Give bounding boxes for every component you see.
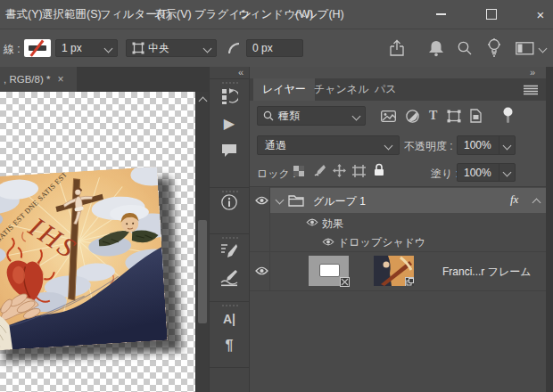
opacity-value: 100% [464, 139, 491, 151]
actions-panel-button[interactable]: ▶ [219, 113, 239, 133]
chevron-down-icon [203, 44, 212, 53]
frame-badge-icon [340, 277, 350, 287]
drag-grip[interactable] [222, 82, 238, 84]
tab-close-icon[interactable]: × [57, 73, 63, 86]
window-edge [546, 67, 553, 392]
visibility-eye-icon[interactable] [304, 218, 320, 226]
brushes-panel-button[interactable] [219, 268, 239, 288]
document-tab[interactable]: , RGB/8) * × [0, 67, 77, 92]
opacity-label: 不透明度 : [404, 139, 453, 154]
scroll-up-icon[interactable] [199, 97, 208, 106]
menu-bar: 書式(Y) 選択範囲(S) フィルター(T) 表示(V) プラグイン ウィンドウ… [0, 0, 553, 29]
lock-label: ロック : [257, 167, 296, 182]
lock-all-icon[interactable] [374, 163, 384, 176]
visibility-eye-icon[interactable] [320, 238, 336, 246]
panel-menu-icon[interactable] [524, 85, 538, 95]
fx-badge[interactable]: fx [510, 192, 518, 207]
search-icon[interactable] [457, 40, 473, 56]
corner-radius-value: 0 px [252, 42, 273, 54]
visibility-eye-icon[interactable] [253, 266, 269, 275]
layer-row-effects[interactable]: 効果 [250, 213, 547, 233]
effects-label: 効果 [322, 216, 343, 232]
canvas-vertical-scrollbar[interactable] [195, 92, 209, 392]
collapse-panel-icon[interactable]: » [530, 67, 535, 78]
lightbulb-icon[interactable] [487, 38, 501, 58]
maximize-icon [486, 9, 497, 20]
drag-grip[interactable] [222, 237, 238, 239]
layer-row-group[interactable]: グループ 1 fx [250, 188, 547, 213]
layer-thumbnail[interactable] [374, 256, 414, 286]
comments-panel-button[interactable] [219, 140, 239, 159]
brush-settings-panel-button[interactable] [219, 241, 239, 261]
frame-thumbnail[interactable] [309, 256, 349, 286]
filter-shape-layers-icon[interactable] [447, 110, 461, 123]
layer-name: Franci...r フレーム [442, 265, 532, 280]
layer-filter-search[interactable]: 種類 [257, 106, 366, 126]
corner-radius-icon [227, 42, 241, 55]
opacity-input[interactable]: 100% [457, 135, 516, 155]
lock-position-icon[interactable] [333, 164, 346, 177]
paragraph-panel-button[interactable]: ¶ [219, 336, 239, 355]
fill-label: 塗り : [431, 167, 458, 182]
filter-toggle-icon[interactable] [503, 107, 513, 124]
chevron-down-icon[interactable] [499, 164, 515, 181]
menu-select[interactable]: 選択範囲(S) [42, 0, 102, 29]
stroke-align-value: 中央 [148, 41, 169, 56]
visibility-eye-icon[interactable] [253, 196, 269, 205]
fill-value: 100% [464, 167, 491, 179]
history-panel-button[interactable] [219, 86, 239, 106]
blend-mode-select[interactable]: 通過 [257, 135, 400, 155]
eye-column-divider [269, 187, 270, 290]
layer-name: グループ 1 [313, 194, 366, 209]
filter-kind-value: 種類 [278, 109, 300, 124]
layer-row-frame[interactable]: Franci...r フレーム [250, 252, 547, 290]
character-icon: A| [223, 312, 235, 326]
workspace-panel-icon[interactable] [516, 42, 534, 55]
share-icon[interactable] [389, 39, 405, 57]
layer-row-drop-shadow[interactable]: ドロップシャドウ [250, 233, 547, 251]
search-icon [263, 110, 274, 121]
menu-type[interactable]: 書式(Y) [5, 0, 43, 29]
window-close-button[interactable]: × [525, 0, 553, 29]
window-maximize-button[interactable] [476, 0, 507, 29]
panel-tab-bar: レイヤー チャンネル パス [250, 78, 547, 101]
frame-shape [319, 264, 340, 277]
stroke-width-value: 1 px [62, 42, 82, 54]
lock-artboard-icon[interactable] [352, 165, 366, 177]
stroke-label: 線 : [4, 42, 21, 57]
drag-grip[interactable] [222, 305, 238, 306]
tool-options-bar: 線 : 1 px 中央 0 px [0, 29, 553, 67]
layers-panel: » レイヤー チャンネル パス 種類 T 通過 [249, 67, 546, 392]
lock-pixels-icon[interactable] [313, 164, 326, 177]
chevron-down-icon[interactable] [499, 136, 515, 154]
window-minimize-button[interactable] [425, 0, 456, 29]
minimize-icon [436, 13, 446, 15]
close-icon: × [537, 7, 545, 22]
folder-icon [288, 194, 304, 207]
stroke-align-select[interactable]: 中央 [126, 39, 217, 57]
corner-radius-input[interactable]: 0 px [246, 39, 303, 57]
expand-dock-icon[interactable]: « [238, 67, 243, 78]
scrollbar-thumb[interactable] [198, 220, 207, 323]
character-panel-button[interactable]: A| [219, 309, 239, 329]
menu-view[interactable]: 表示(V) [154, 0, 192, 29]
stroke-type-swatch[interactable] [24, 39, 51, 57]
filter-adjustment-layers-icon[interactable] [406, 110, 419, 123]
filter-smart-objects-icon[interactable] [470, 109, 482, 123]
bell-icon[interactable] [428, 39, 444, 57]
comment-icon [221, 143, 237, 158]
stroke-width-select[interactable]: 1 px [55, 39, 118, 57]
lock-transparency-icon[interactable] [293, 165, 305, 177]
info-panel-button[interactable] [219, 192, 239, 212]
filter-pixel-layers-icon[interactable] [381, 110, 396, 122]
play-icon: ▶ [224, 115, 235, 132]
frame-content-badge-icon [405, 277, 414, 286]
brushes-icon [220, 269, 238, 287]
align-center-icon [132, 42, 144, 54]
chevron-down-icon[interactable] [539, 45, 548, 53]
canvas-area[interactable]: SATIS EST DNE SATIS EST IHS [0, 92, 195, 392]
fill-input[interactable]: 100% [457, 163, 516, 182]
filter-type-layers-icon[interactable]: T [429, 109, 437, 123]
menu-help[interactable]: ヘルプ(H) [294, 0, 344, 29]
tab-paths[interactable]: パス [366, 78, 406, 101]
